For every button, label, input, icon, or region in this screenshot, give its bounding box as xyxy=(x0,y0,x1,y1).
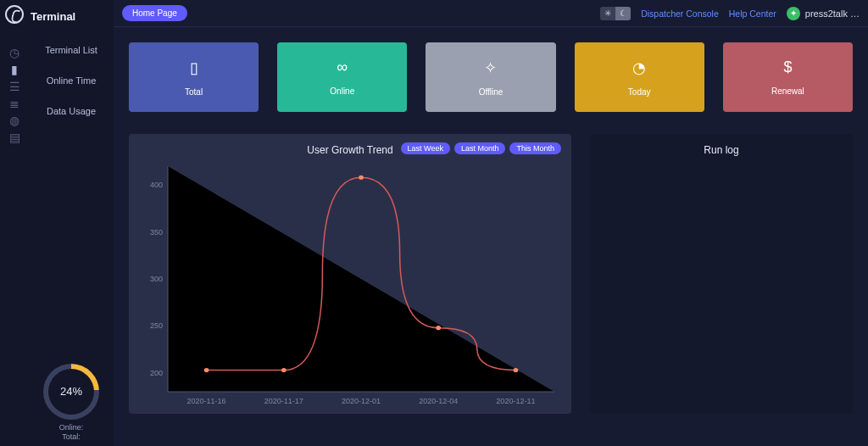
gauge-percent: 24% xyxy=(60,385,82,398)
icon-rail: ◷▮☰≣◍▤ xyxy=(0,0,29,446)
card-label: Online xyxy=(330,86,354,96)
y-tick: 300 xyxy=(141,275,163,283)
y-tick: 400 xyxy=(141,181,163,189)
card-today[interactable]: ◔Today xyxy=(575,42,704,112)
stats-icon[interactable]: ≣ xyxy=(6,95,23,112)
sidebar-item-0[interactable]: Terminal List xyxy=(29,35,114,65)
card-total[interactable]: ▯Total xyxy=(129,42,259,112)
theme-light-icon[interactable]: ✳ xyxy=(600,7,615,20)
main-area: Home Page ✳ ☾ Dispatcher Console Help Ce… xyxy=(114,0,868,446)
online-icon: ∞ xyxy=(337,59,348,76)
chip-last-week[interactable]: Last Week xyxy=(401,142,450,154)
svg-point-3 xyxy=(436,326,441,330)
chip-this-month[interactable]: This Month xyxy=(509,142,561,154)
y-tick: 350 xyxy=(141,228,163,237)
radio-icon[interactable]: ▮ xyxy=(6,61,23,78)
x-tick: 2020-12-04 xyxy=(419,397,458,405)
offline-icon: ✧ xyxy=(484,59,497,77)
gauge-caption: Online: Total: xyxy=(59,423,84,443)
growth-chart: 2002503003504002020-11-162020-11-172020-… xyxy=(141,163,559,405)
card-online[interactable]: ∞Online xyxy=(277,42,407,112)
x-tick: 2020-12-01 xyxy=(342,397,381,405)
runlog-title: Run log xyxy=(602,144,841,156)
card-label: Offline xyxy=(479,87,504,97)
chart-panel: User Growth Trend Last WeekLast MonthThi… xyxy=(129,134,571,414)
link-dispatcher-console[interactable]: Dispatcher Console xyxy=(641,8,719,19)
users-icon[interactable]: ☰ xyxy=(6,78,23,95)
chip-last-month[interactable]: Last Month xyxy=(454,142,506,154)
link-help-center[interactable]: Help Center xyxy=(729,8,776,19)
renewal-icon: $ xyxy=(783,59,792,76)
card-label: Today xyxy=(628,87,651,97)
gauge-ring: 24% xyxy=(43,364,99,420)
card-label: Total xyxy=(185,87,203,97)
doc-icon[interactable]: ▤ xyxy=(6,129,23,146)
home-button[interactable]: Home Page xyxy=(122,5,187,21)
x-tick: 2020-11-17 xyxy=(264,397,303,405)
summary-cards: ▯Total∞Online✧Offline◔Today$Renewal xyxy=(129,42,853,112)
theme-dark-icon[interactable]: ☾ xyxy=(615,7,631,20)
y-tick: 250 xyxy=(141,321,163,330)
chart-range-chips: Last WeekLast MonthThis Month xyxy=(401,142,561,154)
total-icon: ▯ xyxy=(190,59,198,77)
user-menu[interactable]: ✦ press2talk … xyxy=(787,7,860,20)
theme-toggle[interactable]: ✳ ☾ xyxy=(600,7,631,20)
section-title: Terminal xyxy=(29,5,114,35)
avatar-icon: ✦ xyxy=(787,7,800,20)
content: ▯Total∞Online✧Offline◔Today$Renewal User… xyxy=(114,27,868,446)
user-name: press2talk … xyxy=(805,8,860,19)
y-tick: 200 xyxy=(141,369,163,377)
card-label: Renewal xyxy=(771,86,804,96)
x-tick: 2020-11-16 xyxy=(187,397,226,405)
svg-point-1 xyxy=(281,368,287,372)
app-logo xyxy=(5,5,24,24)
card-renewal[interactable]: $Renewal xyxy=(723,42,853,112)
today-icon: ◔ xyxy=(632,59,646,77)
sidebar-item-1[interactable]: Online Time xyxy=(29,65,114,96)
online-gauge: 24% Online: Total: xyxy=(29,364,114,446)
topbar: Home Page ✳ ☾ Dispatcher Console Help Ce… xyxy=(114,0,868,27)
globe-icon[interactable]: ◍ xyxy=(6,112,23,129)
x-tick: 2020-12-11 xyxy=(496,397,535,405)
dashboard-icon[interactable]: ◷ xyxy=(6,44,23,61)
lower-panels: User Growth Trend Last WeekLast MonthThi… xyxy=(129,134,853,414)
svg-point-2 xyxy=(359,176,364,180)
card-offline[interactable]: ✧Offline xyxy=(426,42,555,112)
runlog-panel: Run log xyxy=(590,134,853,414)
sidebar-item-2[interactable]: Data Usage xyxy=(29,96,114,126)
svg-point-4 xyxy=(514,368,519,372)
sidebar: Terminal Terminal ListOnline TimeData Us… xyxy=(29,0,114,446)
svg-point-0 xyxy=(204,368,209,372)
